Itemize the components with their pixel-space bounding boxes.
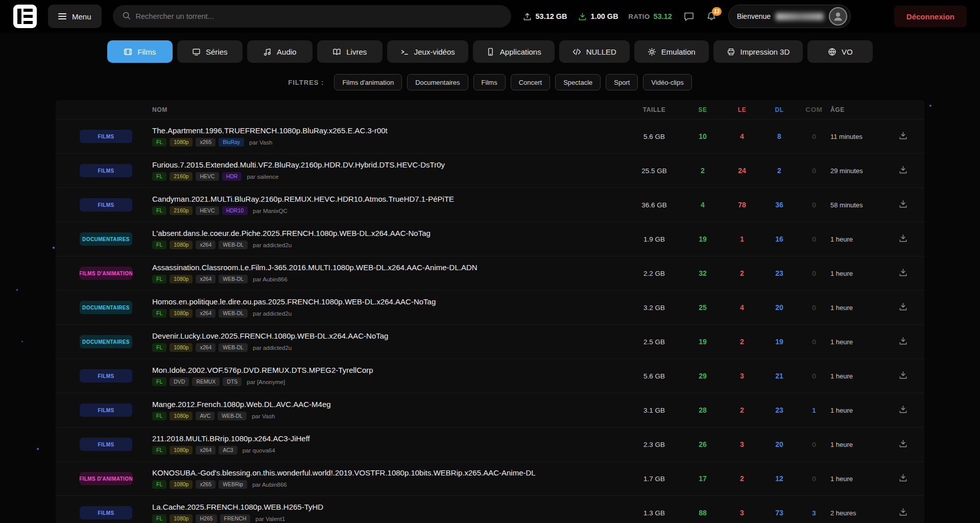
nav-series[interactable]: Séries — [177, 40, 243, 63]
user-menu[interactable]: Bienvenue — [728, 5, 851, 28]
download-button[interactable] — [898, 302, 908, 313]
uploader[interactable]: par addicted2u — [253, 242, 292, 248]
header-age[interactable]: ÂGE — [830, 106, 891, 113]
category-badge[interactable]: FILMS — [80, 198, 132, 211]
category-badge[interactable]: DOCUMENTAIRES — [80, 335, 132, 348]
site-logo-icon[interactable] — [13, 5, 37, 28]
torrent-title[interactable]: 211.2018.MULTi.BRrip.1080p.x264.AC3-JiHe… — [152, 434, 626, 443]
uploader[interactable]: par addicted2u — [253, 311, 292, 317]
category-badge[interactable]: FILMS — [80, 506, 132, 519]
header-taille[interactable]: TAILLE — [626, 106, 682, 113]
uploader[interactable]: par Vash — [249, 139, 272, 146]
nav-nulled[interactable]: NULLED — [559, 40, 630, 63]
uploader[interactable]: par quova64 — [243, 447, 275, 454]
search-input[interactable] — [136, 12, 502, 20]
category-badge[interactable]: DOCUMENTAIRES — [80, 301, 132, 314]
download-cell — [891, 131, 915, 142]
search-bar[interactable] — [113, 5, 511, 28]
seeders-cell: 10 — [682, 132, 723, 140]
tag-2160p: 2160p — [170, 206, 193, 215]
filter-documentaires[interactable]: Documentaires — [407, 74, 468, 90]
table-row[interactable]: FILMS Furious.7.2015.Extended.Multi.VF2.… — [56, 153, 924, 187]
category-badge[interactable]: FILMS — [80, 438, 132, 451]
nav-emulation[interactable]: Emulation — [634, 40, 709, 63]
logout-button[interactable]: Déconnexion — [894, 6, 967, 27]
uploader[interactable]: par [Anonyme] — [247, 379, 285, 385]
download-tray-icon — [898, 131, 908, 140]
filter-films[interactable]: Films — [473, 74, 506, 90]
messages-button[interactable] — [683, 11, 695, 22]
header-nom[interactable]: NOM — [152, 106, 626, 113]
category-badge[interactable]: FILMS D'ANIMATION — [80, 267, 132, 280]
uploader[interactable]: par Aubin866 — [252, 482, 287, 488]
menu-button[interactable]: Menu — [48, 5, 102, 28]
uploader[interactable]: par addicted2u — [253, 345, 292, 351]
filter-spectacle[interactable]: Spectacle — [555, 74, 601, 90]
nav-audio[interactable]: Audio — [247, 40, 313, 63]
torrent-title[interactable]: Homos.en.politique.le.dire.ou.pas.2025.F… — [152, 297, 626, 306]
table-row[interactable]: FILMS The.Apartment.1996.TRUEFRENCH.1080… — [56, 119, 924, 153]
category-badge[interactable]: FILMS — [80, 164, 132, 177]
table-row[interactable]: FILMS D'ANIMATION KONOSUBA.-God's.blessi… — [56, 461, 924, 495]
torrent-title[interactable]: The.Apartment.1996.TRUEFRENCH.1080p.BluR… — [152, 126, 626, 135]
download-total: 1.00 GB — [578, 12, 618, 21]
nav-films[interactable]: Films — [107, 40, 173, 63]
torrent-title[interactable]: Devenir.Lucky.Love.2025.FRENCH.1080p.WEB… — [152, 331, 626, 340]
uploader[interactable]: par Vash — [252, 413, 275, 419]
download-button[interactable] — [898, 199, 908, 210]
download-button[interactable] — [898, 370, 908, 382]
torrent-title[interactable]: Mange.2012.French.1080p.Web.DL.AVC.AAC-M… — [152, 400, 626, 409]
nav-jeux-videos[interactable]: Jeux-vidéos — [387, 40, 468, 63]
uploader[interactable]: par sailence — [247, 174, 278, 180]
header-dl[interactable]: DL — [761, 106, 798, 113]
table-row[interactable]: FILMS Candyman.2021.MULTi.BluRay.2160p.R… — [56, 187, 924, 222]
download-button[interactable] — [898, 405, 908, 416]
download-button[interactable] — [898, 439, 908, 450]
nav-applications[interactable]: Applications — [473, 40, 555, 63]
filter-films-d-animation[interactable]: Films d'animation — [334, 74, 402, 90]
notifications-button[interactable]: 13 — [706, 11, 717, 22]
table-row[interactable]: FILMS Mon.Idole.2002.VOF.576p.DVD.REMUX.… — [56, 359, 924, 393]
nav-livres[interactable]: Livres — [317, 40, 383, 63]
completed-cell: 20 — [761, 440, 798, 448]
filter-video-clips[interactable]: Vidéo-clips — [643, 74, 691, 90]
table-row[interactable]: DOCUMENTAIRES L'absent.dans.le.coeur.de.… — [56, 222, 924, 256]
table-row[interactable]: DOCUMENTAIRES Devenir.Lucky.Love.2025.FR… — [56, 324, 924, 359]
category-badge[interactable]: DOCUMENTAIRES — [80, 232, 132, 246]
torrent-title[interactable]: Candyman.2021.MULTi.BluRay.2160p.REMUX.H… — [152, 195, 626, 203]
table-row[interactable]: FILMS 211.2018.MULTi.BRrip.1080p.x264.AC… — [56, 427, 924, 461]
filter-concert[interactable]: Concert — [511, 74, 551, 90]
download-button[interactable] — [898, 233, 908, 245]
table-row[interactable]: FILMS D'ANIMATION Assassination.Classroo… — [56, 256, 924, 290]
download-button[interactable] — [898, 268, 908, 279]
header-se[interactable]: SE — [682, 106, 723, 113]
download-button[interactable] — [898, 473, 908, 484]
table-row[interactable]: FILMS Mange.2012.French.1080p.Web.DL.AVC… — [56, 393, 924, 427]
torrent-title[interactable]: KONOSUBA.-God's.blessing.on.this.wonderf… — [152, 468, 626, 477]
category-badge[interactable]: FILMS — [80, 369, 132, 383]
torrent-title[interactable]: Assassination.Classroom.Le.Film.J-365.20… — [152, 263, 626, 272]
download-button[interactable] — [898, 336, 908, 347]
category-badge[interactable]: FILMS — [80, 130, 132, 143]
nav-impression-3d[interactable]: Impression 3D — [713, 40, 803, 63]
download-button[interactable] — [898, 131, 908, 142]
category-badge[interactable]: FILMS D'ANIMATION — [80, 472, 132, 485]
torrent-title[interactable]: Furious.7.2015.Extended.Multi.VF2.BluRay… — [152, 160, 626, 169]
torrent-meta: FL1080px264AC3 par quova64 — [152, 446, 626, 455]
torrent-title[interactable]: La.Cache.2025.FRENCH.1080p.WEB.H265-TyHD — [152, 503, 626, 511]
category-badge[interactable]: FILMS — [80, 403, 132, 417]
uploader[interactable]: par Valent1 — [255, 516, 285, 522]
download-button[interactable] — [898, 165, 908, 176]
download-button[interactable] — [898, 507, 908, 518]
table-row[interactable]: DOCUMENTAIRES Homos.en.politique.le.dire… — [56, 290, 924, 324]
torrent-title[interactable]: Mon.Idole.2002.VOF.576p.DVD.REMUX.DTS.MP… — [152, 366, 626, 374]
header-com[interactable]: COM — [798, 106, 830, 113]
nav-vo[interactable]: VO — [807, 40, 873, 63]
table-row[interactable]: FILMS La.Cache.2025.FRENCH.1080p.WEB.H26… — [56, 495, 924, 523]
header-le[interactable]: LE — [723, 106, 761, 113]
uploader[interactable]: par Aubin866 — [253, 276, 288, 282]
avatar[interactable] — [829, 7, 847, 26]
torrent-title[interactable]: L'absent.dans.le.coeur.de.Piche.2025.FRE… — [152, 229, 626, 237]
filter-sport[interactable]: Sport — [606, 74, 638, 90]
uploader[interactable]: par ManixQC — [253, 208, 288, 214]
